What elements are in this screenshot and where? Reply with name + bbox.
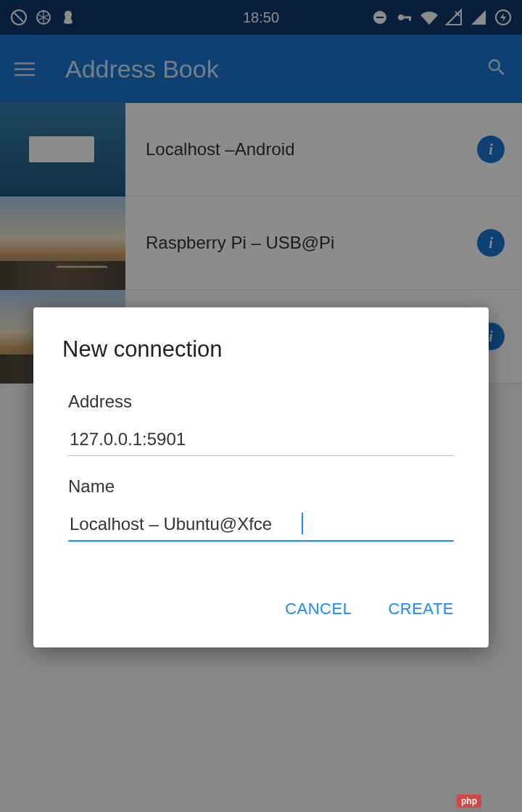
cancel-button[interactable]: CANCEL	[282, 592, 355, 626]
watermark-badge: php	[457, 795, 481, 808]
dialog-actions: CANCEL CREATE	[62, 592, 460, 626]
create-button[interactable]: CREATE	[385, 592, 457, 626]
dialog-title: New connection	[62, 336, 460, 362]
name-label: Name	[68, 476, 454, 497]
address-input[interactable]	[68, 425, 454, 456]
address-field: Address	[62, 392, 460, 456]
watermark-text: 中文网	[486, 795, 516, 808]
new-connection-dialog: New connection Address Name CANCEL CREAT…	[33, 307, 489, 647]
text-caret	[302, 513, 303, 534]
watermark: php 中文网	[457, 795, 516, 808]
name-input[interactable]	[68, 510, 454, 542]
name-field: Name	[62, 476, 460, 542]
address-label: Address	[68, 392, 454, 412]
